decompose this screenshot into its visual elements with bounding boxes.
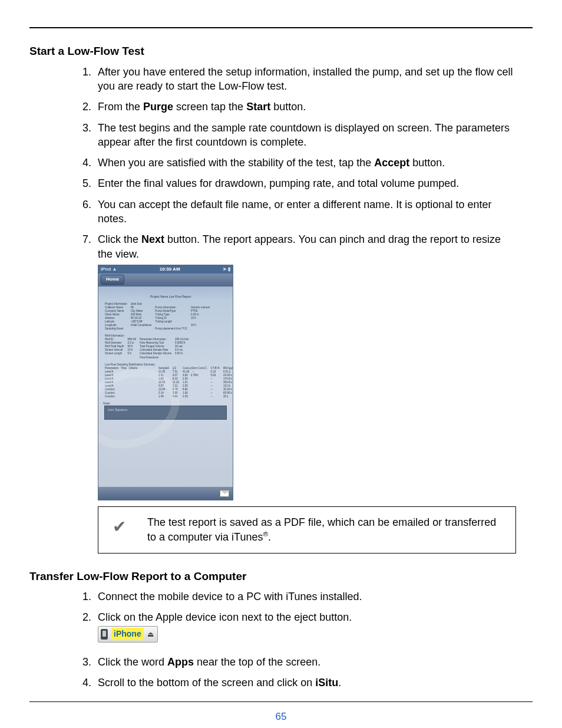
- tstep-3: Click the word Apps near the top of the …: [94, 655, 516, 669]
- device-label: iPhone: [111, 628, 144, 640]
- status-time: 10:30 AM: [160, 266, 180, 273]
- tstep-4: Scroll to the bottom of the screen and c…: [94, 676, 516, 690]
- step-7: Click the Next button. The report appear…: [94, 232, 516, 553]
- step-2: From the Purge screen tap the Start butt…: [94, 100, 516, 114]
- section-heading-start-low-flow: Start a Low-Flow Test: [29, 44, 533, 59]
- status-bar: iPod ▲ 10:30 AM ➤ ▮: [98, 265, 233, 274]
- battery-icon: ➤ ▮: [223, 266, 230, 273]
- page-number: 65: [29, 710, 533, 724]
- ipod-screenshot: iPod ▲ 10:30 AM ➤ ▮ Home Project Name Lo…: [98, 265, 233, 500]
- step-1: After you have entered the setup informa…: [94, 65, 516, 94]
- info-callout: ✔ The test report is saved as a PDF file…: [98, 506, 516, 554]
- section-heading-transfer-report: Transfer Low-Flow Report to a Computer: [29, 569, 533, 584]
- wifi-icon: ▲: [113, 266, 117, 272]
- iphone-device-badge[interactable]: iPhone ⏏: [98, 626, 158, 643]
- transfer-report-steps: Connect the mobile device to a PC with i…: [71, 589, 533, 690]
- tstep-2: Click on the Apple device icon next to t…: [94, 610, 516, 648]
- step-4: When you are satisfied with the stabilit…: [94, 156, 516, 170]
- mail-icon[interactable]: [220, 490, 229, 497]
- tstep-1: Connect the mobile device to a PC with i…: [94, 589, 516, 604]
- phone-icon: [101, 629, 108, 640]
- step-5: Enter the final values for drawdown, pum…: [94, 176, 516, 190]
- nav-bar: Home: [98, 274, 233, 286]
- bottom-toolbar: [98, 487, 233, 500]
- eject-icon[interactable]: ⏏: [147, 630, 154, 639]
- step-3: The test begins and the sample rate coun…: [94, 121, 516, 150]
- carrier-label: iPod ▲: [101, 266, 117, 273]
- start-low-flow-steps: After you have entered the setup informa…: [71, 65, 533, 554]
- step-6: You can accept the default file name, or…: [94, 197, 516, 226]
- checkmark-icon: ✔: [113, 519, 126, 535]
- home-button[interactable]: Home: [101, 275, 124, 285]
- callout-text: The test report is saved as a PDF file, …: [147, 515, 505, 545]
